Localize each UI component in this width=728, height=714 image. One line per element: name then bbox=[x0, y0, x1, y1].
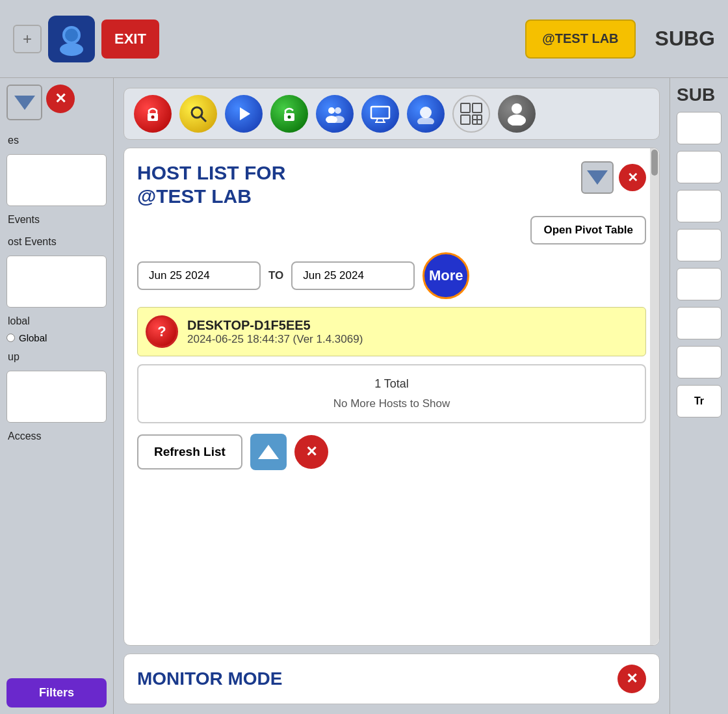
svg-rect-24 bbox=[477, 115, 482, 120]
svg-rect-22 bbox=[461, 115, 470, 124]
svg-line-6 bbox=[201, 116, 206, 122]
sidebar-access: Access bbox=[6, 428, 107, 445]
svg-rect-21 bbox=[473, 103, 482, 112]
svg-point-28 bbox=[508, 114, 526, 126]
host-detail: 2024-06-25 18:44:37 (Ver 1.4.3069) bbox=[187, 333, 363, 346]
svg-marker-7 bbox=[240, 107, 250, 120]
svg-point-2 bbox=[65, 29, 78, 42]
test-lab-button[interactable]: @TEST LAB bbox=[525, 20, 635, 59]
grid-icon-button[interactable] bbox=[452, 95, 490, 133]
radio-global[interactable]: Global bbox=[6, 332, 107, 343]
refresh-list-button[interactable]: Refresh List bbox=[137, 434, 242, 469]
plus-label: + bbox=[23, 30, 32, 48]
host-list-item[interactable]: ? DESKTOP-D1F5EE5 2024-06-25 18:44:37 (V… bbox=[137, 307, 646, 356]
radio-global-label: Global bbox=[19, 332, 47, 343]
icon-toolbar bbox=[124, 88, 660, 140]
host-list-panel: HOST LIST FOR @TEST LAB ✕ Open Pivot Tab… bbox=[124, 148, 660, 646]
sidebar-controls: ✕ bbox=[6, 85, 107, 120]
host-name: DESKTOP-D1F5EE5 bbox=[187, 318, 363, 333]
bottom-close-button[interactable]: ✕ bbox=[294, 435, 328, 469]
title-line1: HOST LIST FOR bbox=[137, 161, 285, 185]
svg-point-11 bbox=[335, 107, 341, 114]
svg-rect-20 bbox=[461, 103, 470, 112]
host-info: DESKTOP-D1F5EE5 2024-06-25 18:44:37 (Ver… bbox=[187, 318, 363, 346]
sidebar-item-events: Events bbox=[6, 211, 107, 228]
panel-header: HOST LIST FOR @TEST LAB ✕ bbox=[137, 161, 646, 208]
right-input-6[interactable] bbox=[677, 307, 722, 339]
right-input-3[interactable] bbox=[677, 190, 722, 222]
panel-close-button[interactable]: ✕ bbox=[619, 164, 646, 191]
more-button[interactable]: More bbox=[422, 252, 469, 299]
summary-box: 1 Total No More Hosts to Show bbox=[137, 364, 646, 423]
title-line2: @TEST LAB bbox=[137, 185, 285, 208]
svg-point-10 bbox=[328, 107, 335, 114]
sidebar-global-prefix: lobal bbox=[6, 313, 107, 330]
panel-triangle-down-icon bbox=[587, 170, 608, 185]
sidebar-input-2[interactable] bbox=[6, 256, 107, 308]
left-sidebar: ✕ es Events ost Events lobal Global up A… bbox=[0, 78, 114, 714]
radio-input-global[interactable] bbox=[6, 334, 15, 342]
person-icon-button[interactable] bbox=[498, 95, 536, 133]
summary-no-more: No More Hosts to Show bbox=[150, 397, 633, 410]
sidebar-input-1[interactable] bbox=[6, 154, 107, 206]
panel-controls: ✕ bbox=[581, 161, 646, 194]
right-input-1[interactable] bbox=[677, 112, 722, 144]
people-icon-button[interactable] bbox=[316, 95, 354, 133]
to-label: TO bbox=[268, 269, 283, 282]
summary-total: 1 Total bbox=[150, 377, 633, 391]
svg-point-19 bbox=[417, 117, 434, 124]
unlock-icon-button[interactable] bbox=[270, 95, 308, 133]
scrollbar[interactable] bbox=[650, 148, 659, 645]
scroll-up-button[interactable] bbox=[250, 434, 287, 470]
triangle-up-icon bbox=[258, 445, 279, 459]
center-panel: HOST LIST FOR @TEST LAB ✕ Open Pivot Tab… bbox=[114, 78, 670, 714]
sidebar-input-3[interactable] bbox=[6, 371, 107, 423]
right-input-2[interactable] bbox=[677, 151, 722, 183]
svg-point-4 bbox=[151, 116, 155, 119]
svg-point-18 bbox=[420, 107, 432, 118]
svg-rect-14 bbox=[371, 107, 389, 118]
panel-title: HOST LIST FOR @TEST LAB bbox=[137, 161, 285, 208]
date-from-input[interactable] bbox=[137, 261, 261, 290]
scrollbar-thumb[interactable] bbox=[651, 150, 658, 176]
svg-point-9 bbox=[288, 116, 291, 119]
sidebar-filter-button[interactable] bbox=[6, 85, 42, 120]
logo-button[interactable] bbox=[48, 16, 95, 62]
sidebar-close-button[interactable]: ✕ bbox=[46, 85, 75, 113]
svg-point-1 bbox=[60, 43, 83, 56]
svg-point-5 bbox=[192, 107, 202, 118]
subg-label: SUBG bbox=[655, 27, 715, 51]
right-input-4[interactable] bbox=[677, 229, 722, 261]
play-icon-button[interactable] bbox=[225, 95, 263, 133]
monitor-section: MONITOR MODE ✕ bbox=[124, 654, 660, 704]
date-to-input[interactable] bbox=[291, 261, 415, 290]
open-pivot-table-button[interactable]: Open Pivot Table bbox=[530, 216, 646, 245]
main-area: ✕ es Events ost Events lobal Global up A… bbox=[0, 78, 728, 714]
date-row: TO More bbox=[137, 252, 646, 299]
face-icon-button[interactable] bbox=[407, 95, 445, 133]
monitor-close-button[interactable]: ✕ bbox=[618, 665, 646, 693]
filters-button[interactable]: Filters bbox=[6, 678, 107, 707]
sidebar-item-es: es bbox=[6, 132, 107, 149]
triangle-down-icon bbox=[14, 96, 35, 110]
sidebar-up: up bbox=[6, 349, 107, 365]
svg-point-27 bbox=[512, 103, 522, 114]
tr-button[interactable]: Tr bbox=[677, 385, 722, 417]
top-toolbar: + EXIT @TEST LAB SUBG bbox=[0, 0, 728, 78]
search-icon-button[interactable] bbox=[179, 95, 217, 133]
panel-filter-button[interactable] bbox=[581, 161, 614, 194]
exit-button[interactable]: EXIT bbox=[101, 20, 159, 59]
svg-rect-26 bbox=[477, 120, 482, 124]
right-input-7[interactable] bbox=[677, 346, 722, 378]
svg-rect-25 bbox=[473, 120, 477, 124]
plus-button[interactable]: + bbox=[13, 25, 42, 53]
monitor-icon-button[interactable] bbox=[361, 95, 399, 133]
right-sidebar: SUB Tr bbox=[670, 78, 728, 714]
sidebar-item-ost-events: ost Events bbox=[6, 233, 107, 250]
sub-label: SUB bbox=[677, 85, 722, 105]
host-status-icon: ? bbox=[146, 315, 178, 348]
right-input-5[interactable] bbox=[677, 268, 722, 300]
lock-icon-button[interactable] bbox=[134, 95, 172, 133]
monitor-title: MONITOR MODE bbox=[137, 668, 282, 689]
radio-group: lobal Global bbox=[6, 313, 107, 343]
